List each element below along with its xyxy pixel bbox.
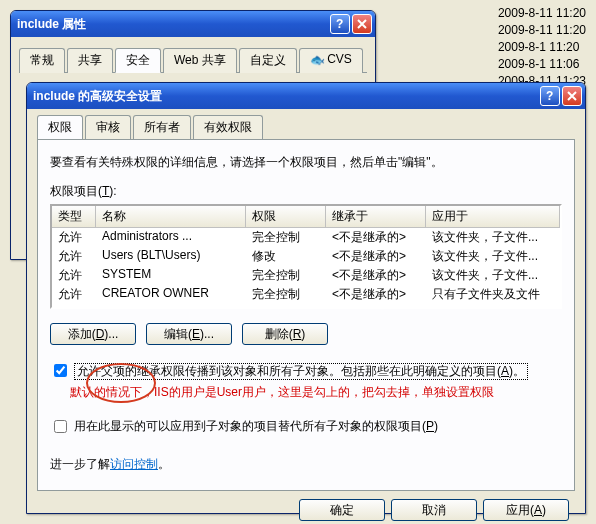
table-row[interactable]: 允许Administrators ...完全控制<不是继承的>该文件夹，子文件.… bbox=[52, 228, 560, 247]
col-inherited[interactable]: 继承于 bbox=[326, 206, 426, 227]
tab-general[interactable]: 常规 bbox=[19, 48, 65, 73]
ok-button[interactable]: 确定 bbox=[299, 499, 385, 521]
cancel-button[interactable]: 取消 bbox=[391, 499, 477, 521]
window-title: include 的高级安全设置 bbox=[33, 88, 540, 105]
close-button[interactable] bbox=[352, 14, 372, 34]
cell: 允许 bbox=[52, 247, 96, 266]
cell: 该文件夹，子文件... bbox=[426, 247, 560, 266]
cell: <不是继承的> bbox=[326, 285, 426, 304]
col-permission[interactable]: 权限 bbox=[246, 206, 326, 227]
tab-share[interactable]: 共享 bbox=[67, 48, 113, 73]
add-button[interactable]: 添加(D)... bbox=[50, 323, 136, 345]
cell: SYSTEM bbox=[96, 266, 246, 285]
cell: Administrators ... bbox=[96, 228, 246, 247]
tab-security[interactable]: 安全 bbox=[115, 48, 161, 73]
inherit-label: 允许父项的继承权限传播到该对象和所有子对象。包括那些在此明确定义的项目(A)。 bbox=[74, 363, 528, 380]
apply-button[interactable]: 应用(A) bbox=[483, 499, 569, 521]
tab-owner[interactable]: 所有者 bbox=[133, 115, 191, 139]
tab-effective[interactable]: 有效权限 bbox=[193, 115, 263, 139]
replace-label: 用在此显示的可以应用到子对象的项目替代所有子对象的权限项目(P) bbox=[74, 419, 438, 434]
cell: 允许 bbox=[52, 228, 96, 247]
cell: 该文件夹，子文件... bbox=[426, 266, 560, 285]
tab-web-share[interactable]: Web 共享 bbox=[163, 48, 237, 73]
cell: 完全控制 bbox=[246, 228, 326, 247]
table-row[interactable]: 允许CREATOR OWNER完全控制<不是继承的>只有子文件夹及文件 bbox=[52, 285, 560, 304]
cell: 允许 bbox=[52, 285, 96, 304]
help-button[interactable]: ? bbox=[330, 14, 350, 34]
permissions-list[interactable]: 类型 名称 权限 继承于 应用于 允许Administrators ...完全控… bbox=[50, 204, 562, 309]
cell: <不是继承的> bbox=[326, 266, 426, 285]
cell: Users (BLT\Users) bbox=[96, 247, 246, 266]
cell: 完全控制 bbox=[246, 285, 326, 304]
groups-label: 组或用户名称: bbox=[13, 73, 373, 81]
table-row[interactable]: 允许SYSTEM完全控制<不是继承的>该文件夹，子文件... bbox=[52, 266, 560, 285]
background-file-list: 2009-8-11 11:20 2009-8-11 11:20 2009-8-1… bbox=[498, 5, 586, 90]
inherit-checkbox[interactable] bbox=[54, 364, 67, 377]
svg-text:?: ? bbox=[546, 91, 553, 101]
table-row[interactable]: 允许Users (BLT\Users)修改<不是继承的>该文件夹，子文件... bbox=[52, 247, 560, 266]
learn-more: 进一步了解访问控制。 bbox=[50, 456, 562, 473]
col-type[interactable]: 类型 bbox=[52, 206, 96, 227]
annotation-text: 默认的情况下，IIS的用户是User用户，这里是勾上的，把勾去掉，单独设置权限 bbox=[70, 384, 562, 401]
tab-custom[interactable]: 自定义 bbox=[239, 48, 297, 73]
tab-audit[interactable]: 审核 bbox=[85, 115, 131, 139]
cell: <不是继承的> bbox=[326, 247, 426, 266]
info-text: 要查看有关特殊权限的详细信息，请选择一个权限项目，然后单击"编辑"。 bbox=[50, 154, 562, 171]
cell: 只有子文件夹及文件 bbox=[426, 285, 560, 304]
permissions-label: 权限项目(T): bbox=[50, 183, 562, 200]
help-button[interactable]: ? bbox=[540, 86, 560, 106]
cell: 完全控制 bbox=[246, 266, 326, 285]
cell: CREATOR OWNER bbox=[96, 285, 246, 304]
advanced-security-window: include 的高级安全设置 ? 权限 审核 所有者 有效权限 要查看有关特殊… bbox=[26, 82, 586, 514]
replace-checkbox[interactable] bbox=[54, 420, 67, 433]
cell: <不是继承的> bbox=[326, 228, 426, 247]
col-applies[interactable]: 应用于 bbox=[426, 206, 560, 227]
cell: 允许 bbox=[52, 266, 96, 285]
tab-permissions[interactable]: 权限 bbox=[37, 115, 83, 139]
remove-button[interactable]: 删除(R) bbox=[242, 323, 328, 345]
access-control-link[interactable]: 访问控制 bbox=[110, 457, 158, 471]
titlebar[interactable]: include 的高级安全设置 ? bbox=[27, 83, 585, 109]
window-title: include 属性 bbox=[17, 16, 330, 33]
svg-text:?: ? bbox=[336, 19, 343, 29]
titlebar[interactable]: include 属性 ? bbox=[11, 11, 375, 37]
close-button[interactable] bbox=[562, 86, 582, 106]
edit-button[interactable]: 编辑(E)... bbox=[146, 323, 232, 345]
cvs-icon: 🐟 bbox=[310, 53, 324, 67]
cell: 该文件夹，子文件... bbox=[426, 228, 560, 247]
tab-cvs[interactable]: 🐟 CVS bbox=[299, 48, 363, 73]
cell: 修改 bbox=[246, 247, 326, 266]
col-name[interactable]: 名称 bbox=[96, 206, 246, 227]
